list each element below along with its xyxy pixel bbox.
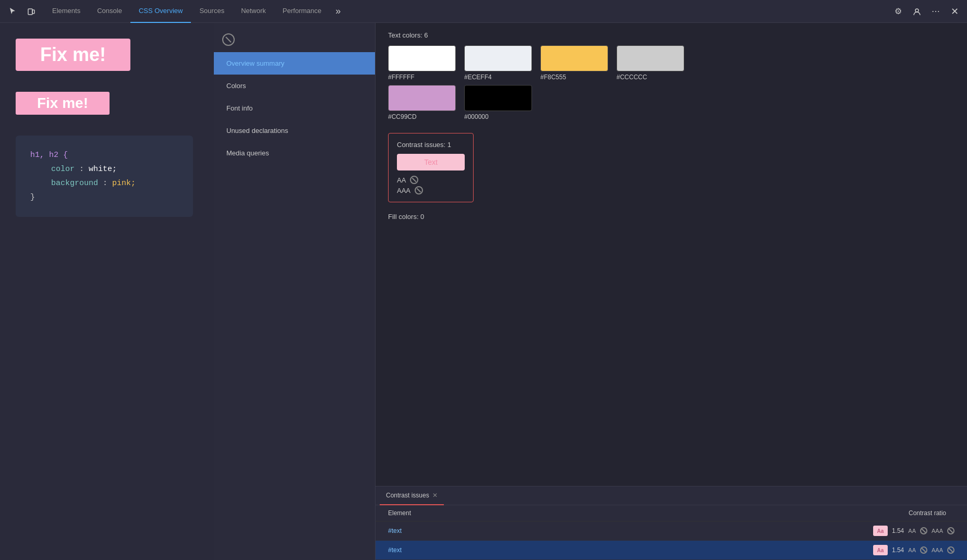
swatch-f8c555-box[interactable]	[540, 45, 608, 71]
webpage-panel: Fix me! Fix me! h1, h2 { color : white; …	[0, 23, 214, 560]
contrast-issues-title: Contrast issues: 1	[397, 141, 465, 149]
sidebar-item-overview[interactable]: Overview summary	[214, 52, 375, 75]
aa-badge-2: AA	[908, 547, 916, 553]
col-contrast-header: Contrast ratio	[808, 509, 954, 517]
tab-performance[interactable]: Performance	[274, 0, 330, 23]
main-content: Fix me! Fix me! h1, h2 { color : white; …	[0, 23, 967, 560]
swatch-cc99cd-box[interactable]	[388, 85, 456, 111]
aa-label: AA	[397, 176, 406, 184]
ratio-text-2: 1.54	[892, 546, 904, 554]
close-icon[interactable]: ✕	[946, 3, 963, 20]
device-icon[interactable]	[23, 3, 40, 20]
aaa-label: AAA	[397, 187, 410, 194]
css-overview-panel: Text colors: 6 #FFFFFF #ECEFF4 #F8C555	[376, 23, 967, 560]
aaa-badge-2: AAA	[932, 547, 943, 553]
aa-swatch-1: Aa	[873, 526, 888, 536]
swatch-cccccc: #CCCCCC	[617, 45, 684, 81]
swatch-ffffff: #FFFFFF	[388, 45, 456, 81]
swatch-cc99cd: #CC99CD	[388, 85, 456, 120]
aa-fail-icon	[410, 176, 418, 184]
table-row[interactable]: #text Aa 1.54 AA AAA	[376, 521, 967, 541]
swatch-f8c555-label: #F8C555	[540, 74, 566, 81]
swatch-ffffff-label: #FFFFFF	[388, 74, 415, 81]
tab-sources[interactable]: Sources	[191, 0, 233, 23]
aa-swatch-2: Aa	[873, 545, 888, 555]
contrast-ratio-cell-1: Aa 1.54 AA AAA	[808, 526, 954, 536]
code-close: }	[30, 193, 35, 202]
code-property-bg: background	[51, 179, 98, 188]
table-row-highlighted[interactable]: #text Aa 1.54 AA AAA	[376, 541, 967, 560]
sidebar-nav: Overview summary Colors Font info Unused…	[214, 23, 376, 560]
fill-colors-label: Fill colors: 0	[388, 213, 954, 221]
devtools-toolbar: Elements Console CSS Overview Sources Ne…	[0, 0, 967, 23]
aaa-badge-1: AAA	[932, 528, 943, 534]
sidebar-item-colors[interactable]: Colors	[214, 75, 375, 97]
code-value-white: white;	[89, 165, 117, 174]
aaa-icon-1	[947, 527, 954, 534]
demo-box-1: Fix me!	[16, 39, 130, 71]
tab-bar: Contrast issues ✕	[376, 486, 967, 505]
color-swatches-row2: #CC99CD #000000	[388, 85, 954, 120]
contrast-demo-button[interactable]: Text	[397, 154, 465, 171]
user-icon[interactable]	[909, 3, 925, 20]
col-element-header: Element	[388, 509, 808, 517]
rating-aa-row: AA	[397, 176, 465, 184]
rating-aaa-row: AAA	[397, 186, 465, 194]
tab-console[interactable]: Console	[89, 0, 130, 23]
toolbar-icon-group	[4, 3, 40, 20]
sidebar-item-unused-declarations[interactable]: Unused declarations	[214, 119, 375, 142]
swatch-cc99cd-label: #CC99CD	[388, 113, 417, 120]
code-value-pink: pink;	[112, 179, 136, 188]
contrast-ratio-cell-2: Aa 1.54 AA AAA	[808, 545, 954, 555]
aa-icon-1	[920, 527, 927, 534]
swatch-ffffff-box[interactable]	[388, 45, 456, 71]
sidebar-item-font-info[interactable]: Font info	[214, 97, 375, 119]
more-tabs-icon[interactable]: »	[330, 3, 346, 20]
ratio-text-1: 1.54	[892, 527, 904, 534]
text-colors-label: Text colors: 6	[388, 31, 954, 39]
svg-rect-1	[32, 10, 34, 14]
color-swatches: #FFFFFF #ECEFF4 #F8C555 #CCCCCC	[388, 45, 954, 81]
nav-cancel-icon	[214, 27, 375, 52]
contrast-issues-box: Contrast issues: 1 Text AA AAA	[388, 133, 474, 202]
swatch-f8c555: #F8C555	[540, 45, 608, 81]
swatch-eceff4-label: #ECEFF4	[464, 74, 492, 81]
code-property-color: color	[51, 165, 75, 174]
code-block: h1, h2 { color : white; background : pin…	[16, 136, 193, 217]
swatch-000000: #000000	[464, 85, 532, 120]
more-options-icon[interactable]: ⋯	[927, 3, 944, 20]
tab-network[interactable]: Network	[233, 0, 274, 23]
element-link-1[interactable]: #text	[388, 527, 808, 534]
code-selector: h1, h2 {	[30, 151, 68, 160]
demo-box-2: Fix me!	[16, 92, 110, 115]
contrast-issues-tab[interactable]: Contrast issues ✕	[380, 486, 444, 505]
tab-css-overview[interactable]: CSS Overview	[130, 0, 191, 23]
tab-close-button[interactable]: ✕	[432, 492, 438, 499]
toolbar-tabs: Elements Console CSS Overview Sources Ne…	[44, 0, 890, 23]
swatch-cccccc-box[interactable]	[617, 45, 684, 71]
swatch-cccccc-label: #CCCCCC	[617, 74, 647, 81]
cursor-icon[interactable]	[4, 3, 21, 20]
aaa-fail-icon	[415, 186, 423, 194]
bottom-panel: Contrast issues ✕ Element Contrast ratio…	[376, 486, 967, 560]
swatch-eceff4-box[interactable]	[464, 45, 532, 71]
svg-rect-0	[28, 9, 32, 15]
tab-elements[interactable]: Elements	[44, 0, 89, 23]
table-header: Element Contrast ratio	[376, 505, 967, 521]
aa-icon-2	[920, 546, 927, 554]
toolbar-right: ⚙ ⋯ ✕	[890, 3, 963, 20]
settings-icon[interactable]: ⚙	[890, 3, 906, 20]
aaa-icon-2	[947, 546, 954, 554]
sidebar-item-media-queries[interactable]: Media queries	[214, 142, 375, 164]
contrast-issues-tab-label: Contrast issues	[386, 492, 429, 499]
element-link-2[interactable]: #text	[388, 546, 808, 554]
svg-point-2	[915, 9, 918, 12]
swatch-000000-box[interactable]	[464, 85, 532, 111]
aa-badge-1: AA	[908, 528, 916, 534]
swatch-000000-label: #000000	[464, 113, 489, 120]
contrast-rating: AA AAA	[397, 176, 465, 194]
swatch-eceff4: #ECEFF4	[464, 45, 532, 81]
